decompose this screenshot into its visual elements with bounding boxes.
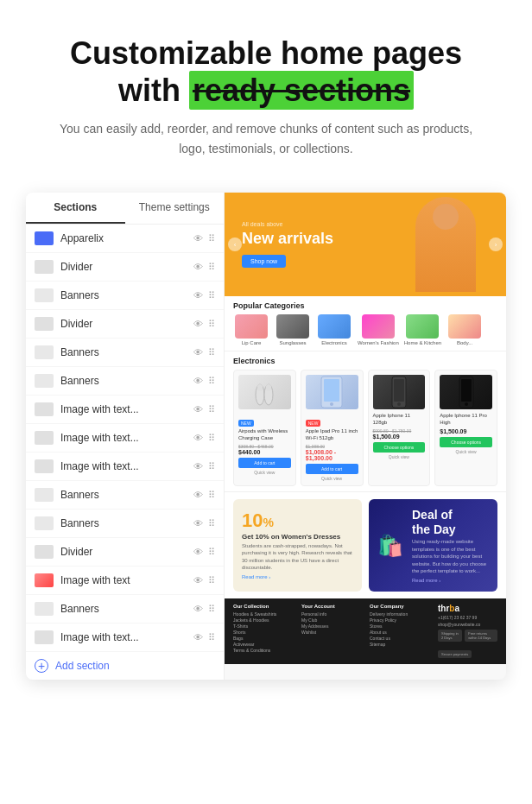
- sidebar-item-banners-1[interactable]: Banners 👁 ⠿: [26, 282, 224, 310]
- drag-icon[interactable]: ⠿: [208, 290, 215, 301]
- footer-link[interactable]: Hoodies & Sweatshirts: [233, 611, 293, 617]
- eye-icon[interactable]: 👁: [193, 547, 203, 557]
- hero-shop-button[interactable]: Shop now: [242, 255, 286, 268]
- eye-icon[interactable]: 👁: [193, 347, 203, 358]
- badge-returns: Free returns within 14 Days: [465, 630, 497, 642]
- product-card-iphone-pro[interactable]: Apple Iphone 11 Pro High $1,500.09 Choos…: [434, 370, 497, 486]
- banner-left-text: Students are cash-strapped, nowadays. No…: [242, 542, 353, 572]
- footer-link[interactable]: Terms & Conditions: [233, 648, 293, 653]
- tab-sections[interactable]: Sections: [26, 193, 125, 224]
- sidebar-item-banners-3[interactable]: Banners 👁 ⠿: [26, 367, 224, 396]
- drag-icon[interactable]: ⠿: [208, 233, 215, 244]
- quick-view-iphone-b[interactable]: Quick view: [373, 454, 426, 459]
- footer-link[interactable]: T-Shirts: [233, 624, 293, 629]
- quick-view-iphone-pro[interactable]: Quick view: [440, 449, 492, 454]
- eye-icon[interactable]: 👁: [193, 233, 203, 244]
- sidebar-item-divider-1[interactable]: Divider 👁 ⠿: [26, 253, 224, 282]
- hero-arrow-right[interactable]: ›: [489, 237, 503, 251]
- sidebar-item-banners-5[interactable]: Banners 👁 ⠿: [26, 510, 224, 538]
- eye-icon[interactable]: 👁: [193, 433, 203, 443]
- drag-icon[interactable]: ⠿: [208, 547, 215, 558]
- sidebar-label-divider3: Divider: [60, 546, 193, 558]
- category-item-electronics[interactable]: Electronics: [316, 314, 352, 345]
- eye-icon[interactable]: 👁: [193, 604, 203, 614]
- category-item-kitchen[interactable]: Home & Kitchen: [404, 314, 441, 345]
- footer-link[interactable]: Shorts: [233, 630, 293, 635]
- tab-theme-settings[interactable]: Theme settings: [125, 193, 225, 224]
- sidebar-item-banners-6[interactable]: Banners 👁 ⠿: [26, 595, 224, 624]
- divider-icon: [35, 260, 54, 274]
- sidebar-item-divider-3[interactable]: Divider 👁 ⠿: [26, 538, 224, 567]
- sidebar-item-image-text-3[interactable]: Image with text... 👁 ⠿: [26, 453, 224, 481]
- drag-icon[interactable]: ⠿: [208, 376, 215, 387]
- sidebar-item-apparelix[interactable]: Apparelix 👁 ⠿: [26, 225, 224, 253]
- drag-icon[interactable]: ⠿: [208, 518, 215, 529]
- footer-link[interactable]: Personal info: [301, 611, 361, 617]
- drag-icon[interactable]: ⠿: [208, 575, 215, 586]
- drag-icon[interactable]: ⠿: [208, 461, 215, 472]
- eye-icon[interactable]: 👁: [193, 262, 203, 272]
- footer-link[interactable]: Bags: [233, 636, 293, 641]
- drag-icon[interactable]: ⠿: [208, 404, 215, 415]
- sidebar-item-divider-2[interactable]: Divider 👁 ⠿: [26, 310, 224, 339]
- product-card-airpods[interactable]: NEW Airpods with Wireless Charging Case …: [233, 370, 296, 486]
- sidebar-item-banners-2[interactable]: Banners 👁 ⠿: [26, 339, 224, 367]
- product-img-iphone-b: [373, 375, 426, 409]
- footer-link[interactable]: Jackets & Hoodies: [233, 617, 293, 623]
- footer-link[interactable]: Delivery information: [370, 611, 429, 617]
- footer-link[interactable]: Wishlist: [301, 630, 361, 635]
- footer-link[interactable]: Stores: [370, 624, 429, 629]
- electronics-header: Electronics: [233, 357, 497, 365]
- footer-link[interactable]: Contact us: [370, 636, 429, 641]
- sidebar-label-divider1: Divider: [60, 261, 193, 273]
- eye-icon[interactable]: 👁: [193, 575, 203, 586]
- eye-icon[interactable]: 👁: [193, 632, 203, 643]
- deal-read-more[interactable]: Read more ›: [412, 578, 489, 583]
- hero-arrow-left[interactable]: ‹: [228, 237, 242, 251]
- footer-link[interactable]: Privacy Policy: [370, 617, 429, 623]
- eye-icon[interactable]: 👁: [193, 376, 203, 386]
- eye-icon[interactable]: 👁: [193, 290, 203, 301]
- category-item-lips[interactable]: Lip Care: [233, 314, 269, 345]
- svg-rect-11: [461, 379, 472, 402]
- product-card-iphone-b[interactable]: Apple Iphone 11 128gb $900.80 - $1,780.0…: [368, 370, 431, 486]
- add-to-cart-iphone-b[interactable]: Choose options: [373, 442, 426, 453]
- eye-icon[interactable]: 👁: [193, 490, 203, 500]
- sidebar-item-image-text-5[interactable]: Image with text... 👁 ⠿: [26, 624, 224, 652]
- drag-icon[interactable]: ⠿: [208, 632, 215, 643]
- product-card-ipad[interactable]: NEW Apple Ipad Pro 11 inch Wi-Fi 512gb $…: [301, 370, 364, 486]
- category-item-sunglasses[interactable]: Sunglasses: [275, 314, 311, 345]
- title-highlight: ready sections: [189, 71, 414, 110]
- add-to-cart-iphone-pro[interactable]: Choose options: [440, 437, 492, 447]
- quick-view-ipad[interactable]: Quick view: [306, 476, 358, 481]
- drag-icon[interactable]: ⠿: [208, 604, 215, 615]
- banner-left-read-more[interactable]: Read more ›: [242, 574, 353, 579]
- banners-section: 10% Get 10% on Women's Dresses Students …: [225, 492, 506, 599]
- add-to-cart-ipad[interactable]: Add to cart: [306, 464, 358, 474]
- product-price-airpods: $440.00: [238, 449, 291, 455]
- footer-link[interactable]: About us: [370, 630, 429, 635]
- footer-link[interactable]: Sitemap: [370, 642, 429, 647]
- footer-link[interactable]: My Club: [301, 617, 361, 623]
- eye-icon[interactable]: 👁: [193, 319, 203, 329]
- sidebar-item-banners-4[interactable]: Banners 👁 ⠿: [26, 481, 224, 510]
- eye-icon[interactable]: 👁: [193, 518, 203, 529]
- category-item-fashion[interactable]: Women's Fashion: [358, 314, 399, 345]
- footer-link[interactable]: My Addresses: [301, 624, 361, 629]
- drag-icon[interactable]: ⠿: [208, 490, 215, 501]
- drag-icon[interactable]: ⠿: [208, 262, 215, 273]
- add-section-button[interactable]: + Add section: [26, 652, 224, 680]
- eye-icon[interactable]: 👁: [193, 461, 203, 472]
- add-to-cart-airpods[interactable]: Add to cart: [238, 458, 291, 468]
- sidebar-item-image-text-4[interactable]: Image with text 👁 ⠿: [26, 567, 224, 595]
- category-item-beauty[interactable]: Body...: [446, 314, 483, 345]
- sidebar-item-image-text-2[interactable]: Image with text... 👁 ⠿: [26, 424, 224, 453]
- quick-view-airpods[interactable]: Quick view: [238, 470, 291, 475]
- drag-icon[interactable]: ⠿: [208, 347, 215, 358]
- drag-icon[interactable]: ⠿: [208, 319, 215, 330]
- drag-icon[interactable]: ⠿: [208, 433, 215, 444]
- eye-icon[interactable]: 👁: [193, 404, 203, 415]
- sidebar-item-image-text-1[interactable]: Image with text... 👁 ⠿: [26, 396, 224, 424]
- category-label-lips: Lip Care: [242, 340, 262, 345]
- footer-link[interactable]: Activewear: [233, 642, 293, 647]
